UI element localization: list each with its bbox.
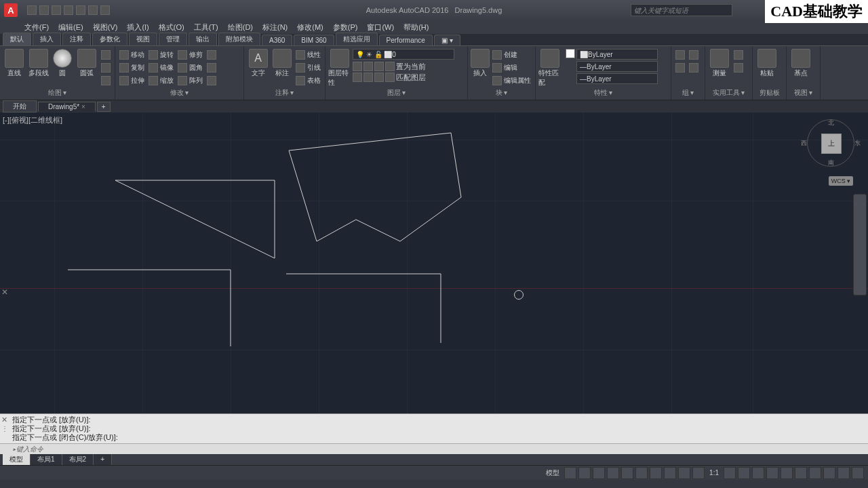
qa-open-icon[interactable] (39, 5, 49, 15)
linetype-combo[interactable]: — ByLayer (576, 73, 658, 84)
modify-extra-2[interactable] (205, 62, 218, 74)
status-qp-icon[interactable] (781, 467, 793, 479)
panel-layers-title[interactable]: 图层 ▾ (328, 87, 465, 98)
layout-model[interactable]: 模型 (3, 454, 31, 465)
open-polyline-2[interactable] (286, 274, 441, 343)
block-edit[interactable]: 编辑 (491, 62, 532, 74)
viewcube-top-face[interactable]: 上 (821, 134, 842, 154)
menu-modify[interactable]: 修改(M) (293, 21, 328, 34)
triangle-shape[interactable] (115, 180, 275, 258)
navigation-bar[interactable] (853, 194, 867, 296)
layer-tool-2[interactable] (363, 62, 373, 71)
dim-button[interactable]: 标注 (271, 49, 293, 78)
tab-annotate[interactable]: 注释 (62, 33, 91, 45)
status-workspace-icon[interactable] (738, 467, 750, 479)
open-polyline-1[interactable] (68, 270, 231, 346)
vc-west[interactable]: 西 (801, 139, 807, 148)
layout-2[interactable]: 布局2 (62, 454, 94, 465)
tab-addins[interactable]: 附加模块 (218, 33, 260, 45)
leader-button[interactable]: 引线 (294, 62, 322, 74)
rotate-button[interactable]: 旋转 (147, 49, 175, 61)
block-attr[interactable]: 编辑属性 (491, 75, 532, 87)
vc-east[interactable]: 东 (854, 139, 861, 148)
base-view-button[interactable]: 基点 (789, 49, 812, 78)
menu-edit[interactable]: 编辑(E) (54, 21, 87, 34)
vc-north[interactable]: 北 (828, 119, 834, 127)
insert-block-button[interactable]: 插入 (471, 49, 490, 78)
tab-a360[interactable]: A360 (262, 35, 292, 45)
group-btn[interactable] (674, 49, 686, 61)
status-annomon-icon[interactable] (752, 467, 764, 479)
qa-save-icon[interactable] (52, 5, 61, 15)
trim-button[interactable]: 修剪 (176, 49, 204, 61)
status-cycle-icon[interactable] (692, 467, 705, 479)
file-tab-new[interactable]: + (97, 102, 111, 112)
menu-view[interactable]: 视图(V) (89, 21, 122, 34)
layer-props-button[interactable]: 图层特性 (328, 49, 351, 87)
layer-tool-6[interactable] (363, 73, 373, 82)
tab-overflow[interactable]: ▣ ▾ (434, 35, 460, 45)
lineweight-combo[interactable]: — ByLayer (576, 61, 658, 72)
panel-annot-title[interactable]: 注释 ▾ (247, 87, 322, 98)
circle-button[interactable]: 圆 (52, 49, 75, 78)
move-button[interactable]: 移动 (118, 49, 146, 61)
tab-view[interactable]: 视图 (129, 33, 157, 45)
util-1[interactable] (732, 49, 745, 61)
layout-1[interactable]: 布局1 (31, 454, 62, 465)
layer-combo[interactable]: 💡 ☀ 🔓 ⬜ 0 (353, 49, 454, 60)
tab-insert[interactable]: 插入 (33, 33, 61, 45)
group-sel-btn[interactable] (688, 62, 700, 74)
cmd-close-icon[interactable]: ✕ (1, 415, 7, 424)
color-combo[interactable]: ⬜ ByLayer (576, 49, 658, 60)
draw-extra-1[interactable] (100, 49, 112, 61)
qa-redo-icon[interactable] (100, 5, 110, 15)
layer-tool-4[interactable] (385, 62, 395, 71)
tab-parametric[interactable]: 参数化 (92, 33, 127, 45)
close-tab-icon[interactable]: × (81, 103, 85, 110)
modify-extra-3[interactable] (205, 75, 218, 87)
file-tab-start[interactable]: 开始 (3, 100, 37, 113)
menu-draw[interactable]: 绘图(D) (224, 21, 257, 34)
modify-extra-1[interactable] (205, 49, 218, 61)
status-transparency-icon[interactable] (678, 467, 690, 479)
status-3dosnap-icon[interactable] (635, 467, 648, 479)
menu-help[interactable]: 帮助(H) (399, 21, 433, 34)
menu-window[interactable]: 窗口(W) (363, 21, 398, 34)
status-annoscale-icon[interactable] (724, 467, 736, 479)
drawing-canvas[interactable]: [-][俯视][二维线框] ✕ 北 南 西 东 上 WCS ▾ (0, 113, 868, 413)
panel-props-title[interactable]: 特性 ▾ (538, 87, 668, 98)
status-hwaccel-icon[interactable] (809, 467, 821, 479)
panel-group-title[interactable]: 组 ▾ (674, 87, 702, 98)
util-2[interactable] (732, 62, 745, 74)
viewcube[interactable]: 北 南 西 东 上 WCS ▾ (807, 119, 854, 187)
qa-new-icon[interactable] (27, 5, 37, 15)
status-ortho-icon[interactable] (593, 467, 605, 479)
linear-dim[interactable]: 线性 (294, 49, 322, 61)
set-current-label[interactable]: 置为当前 (396, 62, 426, 72)
file-tab-drawing[interactable]: Drawing5* × (38, 102, 96, 112)
layer-tool-7[interactable] (374, 73, 384, 82)
viewcube-ring[interactable]: 北 南 西 东 上 (807, 119, 854, 167)
status-custom-icon[interactable] (852, 467, 864, 479)
draw-extra-2[interactable] (100, 62, 112, 74)
panel-block-title[interactable]: 块 ▾ (471, 87, 532, 98)
panel-utils-title[interactable]: 实用工具 ▾ (708, 87, 749, 98)
viewport-close-icon[interactable]: ✕ (1, 287, 8, 297)
ungroup-btn[interactable] (674, 62, 686, 74)
layer-tool-1[interactable] (353, 62, 362, 71)
status-model[interactable]: 模型 (543, 468, 562, 478)
menu-format[interactable]: 格式(O) (155, 21, 189, 34)
line-button[interactable]: 直线 (3, 49, 26, 78)
polyline-button[interactable]: 多段线 (27, 49, 50, 78)
status-scale[interactable]: 1:1 (707, 469, 722, 476)
status-snap-icon[interactable] (578, 467, 591, 479)
tab-manage[interactable]: 管理 (159, 33, 187, 45)
qa-saveas-icon[interactable] (64, 5, 73, 15)
layer-tool-8[interactable] (385, 73, 395, 82)
block-create[interactable]: 创建 (491, 49, 532, 61)
tab-default[interactable]: 默认 (3, 33, 31, 45)
tab-featured[interactable]: 精选应用 (336, 33, 378, 45)
layer-tool-5[interactable] (353, 73, 362, 82)
arc-button[interactable]: 圆弧 (75, 49, 98, 78)
panel-draw-title[interactable]: 绘图 ▾ (3, 87, 112, 98)
